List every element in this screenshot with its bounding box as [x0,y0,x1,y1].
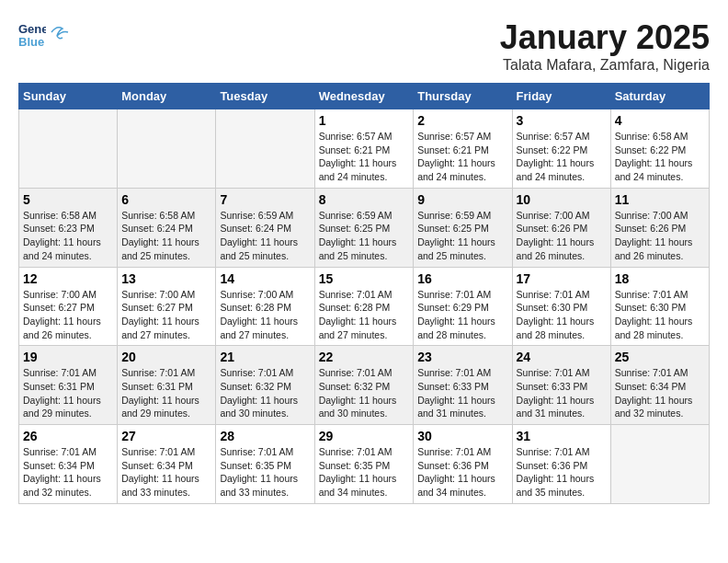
day-info: Sunrise: 7:01 AM Sunset: 6:33 PM Dayligh… [517,366,607,420]
calendar-cell: 22Sunrise: 7:01 AM Sunset: 6:32 PM Dayli… [314,346,414,425]
day-info: Sunrise: 7:01 AM Sunset: 6:31 PM Dayligh… [23,366,113,420]
day-info: Sunrise: 7:01 AM Sunset: 6:35 PM Dayligh… [319,445,410,500]
weekday-header-thursday: Thursday [414,84,512,109]
day-number: 15 [319,271,410,286]
calendar-cell: 28Sunrise: 7:01 AM Sunset: 6:35 PM Dayli… [216,425,314,504]
calendar-cell: 31Sunrise: 7:01 AM Sunset: 6:36 PM Dayli… [512,425,610,504]
day-info: Sunrise: 6:57 AM Sunset: 6:22 PM Dayligh… [517,130,607,184]
calendar-cell: 24Sunrise: 7:01 AM Sunset: 6:33 PM Dayli… [512,346,610,425]
day-info: Sunrise: 7:01 AM Sunset: 6:35 PM Dayligh… [220,445,310,500]
calendar-cell: 8Sunrise: 6:59 AM Sunset: 6:25 PM Daylig… [314,188,414,267]
day-number: 13 [121,271,211,286]
calendar-week-row: 12Sunrise: 7:00 AM Sunset: 6:27 PM Dayli… [19,267,710,346]
weekday-header-friday: Friday [512,84,610,109]
calendar-week-row: 26Sunrise: 7:01 AM Sunset: 6:34 PM Dayli… [19,425,710,504]
day-number: 27 [121,429,211,443]
day-number: 1 [319,113,410,128]
day-number: 29 [319,429,410,443]
calendar-cell: 12Sunrise: 7:00 AM Sunset: 6:27 PM Dayli… [19,267,118,346]
calendar-cell: 2Sunrise: 6:57 AM Sunset: 6:21 PM Daylig… [414,109,512,189]
day-number: 21 [220,350,310,364]
day-info: Sunrise: 6:59 AM Sunset: 6:25 PM Dayligh… [417,209,507,263]
calendar-cell: 13Sunrise: 7:00 AM Sunset: 6:27 PM Dayli… [118,267,216,346]
calendar-week-row: 5Sunrise: 6:58 AM Sunset: 6:23 PM Daylig… [19,188,710,267]
calendar-cell: 14Sunrise: 7:00 AM Sunset: 6:28 PM Dayli… [216,267,314,346]
day-number: 3 [517,113,607,128]
location: Talata Mafara, Zamfara, Nigeria [500,57,710,74]
calendar-cell: 3Sunrise: 6:57 AM Sunset: 6:22 PM Daylig… [512,109,610,189]
day-number: 30 [417,429,507,443]
svg-text:Blue: Blue [18,35,44,49]
weekday-header-sunday: Sunday [19,84,118,109]
logo: General Blue [18,18,70,55]
day-info: Sunrise: 7:01 AM Sunset: 6:28 PM Dayligh… [319,288,410,342]
day-number: 28 [220,429,310,443]
calendar-cell [610,425,709,504]
page-header: General Blue January 2025 Talata Mafara,… [18,18,710,74]
day-number: 31 [517,429,607,443]
calendar-cell: 16Sunrise: 7:01 AM Sunset: 6:29 PM Dayli… [414,267,512,346]
day-number: 24 [517,350,607,364]
day-number: 19 [23,350,113,364]
calendar-cell: 11Sunrise: 7:00 AM Sunset: 6:26 PM Dayli… [610,188,709,267]
calendar-cell: 27Sunrise: 7:01 AM Sunset: 6:34 PM Dayli… [118,425,216,504]
day-info: Sunrise: 7:00 AM Sunset: 6:26 PM Dayligh… [517,209,607,263]
day-number: 16 [417,271,507,286]
calendar-cell: 19Sunrise: 7:01 AM Sunset: 6:31 PM Dayli… [19,346,118,425]
calendar-cell [216,109,314,189]
calendar-table: SundayMondayTuesdayWednesdayThursdayFrid… [18,83,710,504]
day-info: Sunrise: 6:58 AM Sunset: 6:23 PM Dayligh… [23,209,113,263]
day-info: Sunrise: 6:59 AM Sunset: 6:25 PM Dayligh… [319,209,410,263]
calendar-cell: 26Sunrise: 7:01 AM Sunset: 6:34 PM Dayli… [19,425,118,504]
day-number: 18 [615,271,705,286]
month-title: January 2025 [500,18,710,57]
calendar-cell: 29Sunrise: 7:01 AM Sunset: 6:35 PM Dayli… [314,425,414,504]
calendar-cell: 23Sunrise: 7:01 AM Sunset: 6:33 PM Dayli… [414,346,512,425]
day-info: Sunrise: 6:58 AM Sunset: 6:24 PM Dayligh… [121,209,211,263]
day-number: 25 [615,350,705,364]
day-number: 20 [121,350,211,364]
day-info: Sunrise: 6:59 AM Sunset: 6:24 PM Dayligh… [220,209,310,263]
calendar-week-row: 1Sunrise: 6:57 AM Sunset: 6:21 PM Daylig… [19,109,710,189]
day-number: 22 [319,350,410,364]
weekday-header-tuesday: Tuesday [216,84,314,109]
calendar-cell: 9Sunrise: 6:59 AM Sunset: 6:25 PM Daylig… [414,188,512,267]
day-info: Sunrise: 7:01 AM Sunset: 6:34 PM Dayligh… [121,445,211,500]
calendar-cell: 25Sunrise: 7:01 AM Sunset: 6:34 PM Dayli… [610,346,709,425]
day-info: Sunrise: 7:00 AM Sunset: 6:28 PM Dayligh… [220,288,310,342]
logo-bird-icon [50,23,70,41]
calendar-cell: 21Sunrise: 7:01 AM Sunset: 6:32 PM Dayli… [216,346,314,425]
calendar-cell: 4Sunrise: 6:58 AM Sunset: 6:22 PM Daylig… [610,109,709,189]
weekday-header-saturday: Saturday [610,84,709,109]
calendar-cell: 1Sunrise: 6:57 AM Sunset: 6:21 PM Daylig… [314,109,414,189]
calendar-cell: 20Sunrise: 7:01 AM Sunset: 6:31 PM Dayli… [118,346,216,425]
svg-text:General: General [18,22,46,36]
day-info: Sunrise: 7:01 AM Sunset: 6:32 PM Dayligh… [319,366,410,420]
day-info: Sunrise: 7:01 AM Sunset: 6:34 PM Dayligh… [23,445,113,500]
calendar-cell: 18Sunrise: 7:01 AM Sunset: 6:30 PM Dayli… [610,267,709,346]
logo-icon: General Blue [18,18,46,52]
day-number: 2 [417,113,507,128]
calendar-cell: 30Sunrise: 7:01 AM Sunset: 6:36 PM Dayli… [414,425,512,504]
day-number: 10 [517,192,607,207]
day-number: 23 [417,350,507,364]
day-number: 5 [23,192,113,207]
day-info: Sunrise: 6:57 AM Sunset: 6:21 PM Dayligh… [319,130,410,184]
day-number: 4 [615,113,705,128]
day-info: Sunrise: 6:57 AM Sunset: 6:21 PM Dayligh… [417,130,507,184]
day-number: 7 [220,192,310,207]
weekday-header-wednesday: Wednesday [314,84,414,109]
day-number: 6 [121,192,211,207]
calendar-week-row: 19Sunrise: 7:01 AM Sunset: 6:31 PM Dayli… [19,346,710,425]
day-info: Sunrise: 7:01 AM Sunset: 6:36 PM Dayligh… [417,445,507,500]
day-number: 14 [220,271,310,286]
day-info: Sunrise: 7:01 AM Sunset: 6:30 PM Dayligh… [615,288,705,342]
calendar-cell: 17Sunrise: 7:01 AM Sunset: 6:30 PM Dayli… [512,267,610,346]
calendar-cell [118,109,216,189]
calendar-cell [19,109,118,189]
day-info: Sunrise: 7:00 AM Sunset: 6:26 PM Dayligh… [615,209,705,263]
day-info: Sunrise: 7:00 AM Sunset: 6:27 PM Dayligh… [23,288,113,342]
day-info: Sunrise: 7:01 AM Sunset: 6:30 PM Dayligh… [517,288,607,342]
calendar-cell: 5Sunrise: 6:58 AM Sunset: 6:23 PM Daylig… [19,188,118,267]
weekday-header-row: SundayMondayTuesdayWednesdayThursdayFrid… [19,84,710,109]
